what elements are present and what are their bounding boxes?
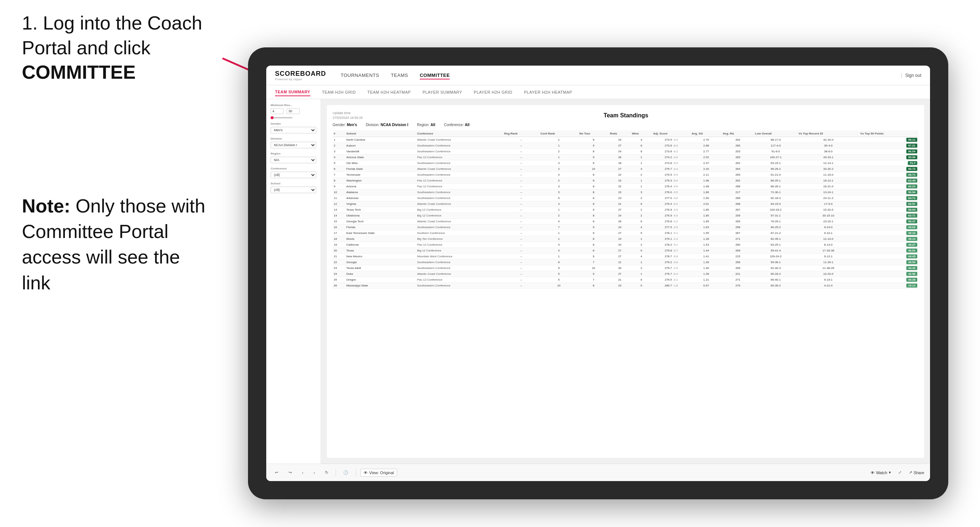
cell-low-overall: 83-15-0 xyxy=(754,201,797,207)
table-scroll-container[interactable]: # School Conference Reg Rank Conf Rank N… xyxy=(332,130,918,289)
cell-vs-top-record: 9-24-0 xyxy=(797,224,859,230)
share-button[interactable]: ↗ Share xyxy=(909,470,924,475)
table-row[interactable]: 18 Illinois Big Ten Conference – 1 8 23 … xyxy=(332,236,918,242)
table-row[interactable]: 17 East Tennessee State Southern Confere… xyxy=(332,230,918,236)
table-area: Update time: 27/03/2024 16:56:26 Team St… xyxy=(321,99,930,464)
min-rounds-slider[interactable] xyxy=(270,117,293,119)
cell-reg-rank: – xyxy=(503,271,539,277)
nav-committee[interactable]: COMMITTEE xyxy=(420,71,450,79)
table-row[interactable]: 1 North Carolina Atlantic Coast Conferen… xyxy=(332,137,918,143)
cell-vs-top-record: 11-19-0 xyxy=(797,172,859,178)
step-text: 1. Log into the Coach Portal and click C… xyxy=(22,11,226,85)
cell-rnds: 23 xyxy=(609,195,631,201)
sub-nav-player-summary[interactable]: PLAYER SUMMARY xyxy=(422,89,462,96)
cell-adj-score: 276.4 -4.6 xyxy=(652,184,691,189)
note-text: Note: Only those with Committee Portal a… xyxy=(22,193,212,295)
cell-adj-score: 278.2 -5.1 xyxy=(652,242,691,248)
nav-teams[interactable]: TEAMS xyxy=(391,71,408,79)
cell-wins: 1 xyxy=(631,178,652,184)
conference-select[interactable]: (All) xyxy=(270,171,316,178)
slider-handle[interactable] xyxy=(270,116,274,119)
cell-vs-top-points: 38.14 xyxy=(859,236,918,242)
table-row[interactable]: 25 Oregon Pac-12 Conference – 5 7 21 0 2… xyxy=(332,277,918,283)
cell-adj-score: 279.7 -0.4 xyxy=(652,271,691,277)
table-row[interactable]: 9 Arizona Pac-12 Conference – 3 8 22 1 2… xyxy=(332,184,918,189)
sub-nav-player-h2h-heatmap[interactable]: PLAYER H2H HEATMAP xyxy=(524,89,572,96)
table-row[interactable]: 26 Mississippi State Southeastern Confer… xyxy=(332,283,918,289)
step-instruction: 1. Log into the Coach Portal and click C… xyxy=(22,11,226,85)
cell-no-tour: 9 xyxy=(578,224,609,230)
cell-no-tour: 10 xyxy=(578,166,609,172)
table-row[interactable]: 13 Texas Tech Big 12 Conference – 1 9 27… xyxy=(332,207,918,213)
table-row[interactable]: 19 California Pac-12 Conference – 4 8 24… xyxy=(332,242,918,248)
redo-btn[interactable]: ↪ xyxy=(286,469,295,476)
prev-btn[interactable]: ‹ xyxy=(299,469,306,476)
cell-no-tour: 9 xyxy=(578,207,609,213)
cell-no-tour: 7 xyxy=(578,277,609,283)
sub-nav-player-h2h-grid[interactable]: PLAYER H2H GRID xyxy=(474,89,512,96)
undo-btn[interactable]: ↩ xyxy=(272,469,281,476)
table-row[interactable]: 21 New Mexico Mountain West Conference –… xyxy=(332,254,918,259)
cell-rnds: 23 xyxy=(609,236,631,242)
expand-btn[interactable]: ⤢ xyxy=(896,469,905,476)
next-btn[interactable]: › xyxy=(311,469,318,476)
cell-conference: Big 12 Conference xyxy=(416,213,503,219)
cell-wins: 2 xyxy=(631,195,652,201)
cell-conference: Southeastern Conference xyxy=(416,195,503,201)
cell-reg-rank: – xyxy=(503,224,539,230)
sub-nav-team-summary[interactable]: TEAM SUMMARY xyxy=(275,88,310,96)
min-rounds-min-input[interactable] xyxy=(270,108,284,114)
table-row[interactable]: 11 Arkansas Southeastern Conference – 6 … xyxy=(332,195,918,201)
cell-vs-top-points: 90.73 xyxy=(859,166,918,172)
table-row[interactable]: 8 Washington Pac-12 Conference – 2 8 23 … xyxy=(332,178,918,184)
min-rounds-max-input[interactable] xyxy=(287,108,300,114)
table-row[interactable]: 3 Vanderbilt Southeastern Conference – 2… xyxy=(332,149,918,154)
cell-adj-score: 275.7 -4.4 xyxy=(652,166,691,172)
table-row[interactable]: 23 Texas A&M Southeastern Conference – 9… xyxy=(332,265,918,271)
cell-rnds: 24 xyxy=(609,149,631,154)
sub-nav-team-h2h-heatmap[interactable]: TEAM H2H HEATMAP xyxy=(367,89,410,96)
table-row[interactable]: 24 Duke Atlantic Coast Conference – 5 9 … xyxy=(332,271,918,277)
table-row[interactable]: 2 Auburn Southeastern Conference – 1 9 2… xyxy=(332,143,918,149)
table-row[interactable]: 15 Georgia Tech Atlantic Coast Conferenc… xyxy=(332,219,918,224)
watch-button[interactable]: 👁 Watch ▾ xyxy=(870,470,891,475)
cell-vs-top-record: 4-21-0 xyxy=(797,283,859,289)
table-row[interactable]: 7 Tennessee Southeastern Conference – 4 … xyxy=(332,172,918,178)
cell-school: Arizona State xyxy=(345,154,416,160)
table-row[interactable]: 10 Alabama Southeastern Conference – 5 8… xyxy=(332,189,918,195)
gender-filter: Gender Men's xyxy=(270,122,316,133)
sign-out-button[interactable]: Sign out xyxy=(905,73,921,78)
table-row[interactable]: 6 Florida State Atlantic Coast Conferenc… xyxy=(332,166,918,172)
cell-vs-top-record: 33-20-2 xyxy=(797,166,859,172)
clock-btn[interactable]: 🕐 xyxy=(340,469,351,476)
gender-select[interactable]: Men's xyxy=(270,127,316,133)
table-row[interactable]: 14 Oklahoma Big 12 Conference – 2 8 24 2… xyxy=(332,213,918,219)
division-select[interactable]: NCAA Division I xyxy=(270,142,316,148)
cell-rank: 25 xyxy=(332,277,345,283)
region-select[interactable]: N/A xyxy=(270,157,316,163)
table-row[interactable]: 22 Georgia Southeastern Conference – 8 7… xyxy=(332,259,918,265)
view-original-button[interactable]: 👁 View: Original xyxy=(360,469,397,477)
table-row[interactable]: 20 Texas Big 12 Conference – 3 8 27 0 27… xyxy=(332,248,918,254)
school-select[interactable]: (All) xyxy=(270,187,316,193)
table-row[interactable]: 5 Ole Miss Southeastern Conference – 3 6… xyxy=(332,160,918,166)
cell-no-tour: 6 xyxy=(578,160,609,166)
table-row[interactable]: 16 Florida Southeastern Conference – 7 9… xyxy=(332,224,918,230)
cell-reg-rank: – xyxy=(503,172,539,178)
refresh-btn[interactable]: ↻ xyxy=(322,469,331,476)
nav-tournaments[interactable]: TOURNAMENTS xyxy=(340,71,379,79)
table-row[interactable]: 4 Arizona State Pac-12 Conference – 1 9 … xyxy=(332,154,918,160)
cell-adj-score: 279.5 -3.1 xyxy=(652,277,691,283)
cell-conference: Mountain West Conference xyxy=(416,254,503,259)
cell-low-overall: 117-4-0 xyxy=(754,143,797,149)
cell-rank: 26 xyxy=(332,283,345,289)
view-original-label: View: Original xyxy=(369,470,394,475)
cell-adj-score: 278.1 -5.1 xyxy=(652,230,691,236)
sub-nav-team-h2h-grid[interactable]: TEAM H2H GRID xyxy=(322,89,356,96)
cell-vs-top-record: 13-24-1 xyxy=(797,189,859,195)
cell-adj-score: 276.8 -4.2 xyxy=(652,219,691,224)
bottom-toolbar: ↩ ↪ ‹ › ↻ 🕐 👁 View: Original 👁 Watch ▾ ⤢… xyxy=(266,464,930,481)
cell-low-overall: 59-39-1 xyxy=(754,259,797,265)
cell-conf-rank: 5 xyxy=(539,277,578,283)
table-row[interactable]: 12 Virginia Atlantic Coast Conference – … xyxy=(332,201,918,207)
